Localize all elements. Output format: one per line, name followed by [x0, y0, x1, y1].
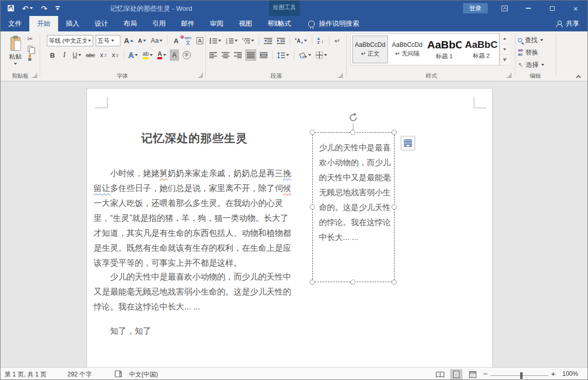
decrease-indent-button[interactable]	[263, 35, 273, 46]
style-no-spacing[interactable]: AaBbCcDd ↵ 无间隔	[389, 36, 425, 63]
tab-references[interactable]: 引用	[145, 16, 173, 31]
align-center-button[interactable]	[221, 49, 230, 61]
save-button[interactable]	[8, 5, 14, 11]
align-right-button[interactable]	[233, 49, 243, 61]
copy-button[interactable]	[28, 46, 32, 51]
page[interactable]: 记忆深处的那些生灵 小时候，姥姥舅奶奶来家走亲戚，奶奶总是再三挽留让多住些日子，…	[86, 88, 493, 367]
paste-button[interactable]: 粘贴	[5, 33, 26, 72]
word-count-status[interactable]: 292 个字	[67, 370, 92, 379]
resize-handle-top-left[interactable]	[310, 130, 315, 135]
resize-handle-middle-left[interactable]	[310, 204, 315, 210]
cut-button[interactable]: ✂	[27, 35, 33, 43]
web-layout-button[interactable]	[467, 369, 479, 379]
line-spacing-button[interactable]	[276, 49, 290, 61]
bullets-button[interactable]	[208, 35, 222, 46]
tab-home[interactable]: 开始	[29, 16, 58, 31]
ribbon-display-options-button[interactable]	[493, 1, 516, 16]
tab-file[interactable]: 文件	[1, 16, 29, 31]
rotation-handle[interactable]	[348, 112, 359, 125]
resize-handle-bottom-center[interactable]	[350, 280, 355, 285]
subscript-button[interactable]: x2	[99, 49, 108, 61]
clear-formatting-button[interactable]: A	[171, 35, 181, 46]
resize-handle-bottom-left[interactable]	[310, 280, 315, 285]
zoom-percentage[interactable]: 100%	[562, 370, 578, 377]
sort-button[interactable]: AZ↓	[316, 35, 325, 46]
paragraph-dialog-launcher[interactable]	[338, 73, 343, 78]
document-heading[interactable]: 记忆深处的那些生灵	[94, 131, 295, 146]
minimize-button[interactable]	[516, 1, 540, 16]
paragraph-2[interactable]: 少儿的天性中是最喜欢小动物的，而少儿的天性中又是最能毫无顾忌地戕害弱小生命的。这…	[94, 269, 296, 314]
shrink-font-button[interactable]: A	[137, 35, 147, 46]
language-status[interactable]: 中文(中国)	[129, 370, 158, 379]
character-border-button[interactable]: A	[195, 35, 204, 46]
font-name-combo[interactable]: 等线 (中文正文	[47, 35, 93, 46]
page-number-status[interactable]: 第 1 页, 共 1 页	[5, 370, 46, 379]
character-shading-button[interactable]: A	[170, 49, 179, 61]
collapse-ribbon-button[interactable]	[576, 75, 581, 80]
italic-button[interactable]: I	[60, 49, 69, 61]
print-layout-button[interactable]	[450, 369, 462, 379]
phonetic-guide-button[interactable]: wén文	[183, 35, 192, 46]
select-button[interactable]: ↖选择	[518, 60, 544, 70]
format-painter-button[interactable]	[27, 55, 32, 61]
layout-options-button[interactable]	[401, 136, 415, 150]
text-effects-button[interactable]: A	[128, 49, 139, 61]
styles-scroll-up-button[interactable]	[500, 33, 509, 44]
numbering-button[interactable]: 123	[225, 35, 239, 46]
strikethrough-button[interactable]: abc	[85, 49, 96, 61]
read-mode-button[interactable]	[434, 369, 446, 379]
close-button[interactable]: ×	[564, 1, 587, 16]
align-left-button[interactable]	[208, 49, 218, 61]
resize-handle-middle-right[interactable]	[391, 204, 397, 210]
tab-mailings[interactable]: 邮件	[173, 16, 202, 31]
increase-indent-button[interactable]	[276, 35, 286, 46]
styles-gallery-more-button[interactable]	[500, 55, 509, 65]
style-heading1[interactable]: AaBbC 标题 1	[426, 36, 462, 63]
zoom-slider-track[interactable]	[490, 375, 548, 376]
tab-design[interactable]: 设计	[87, 16, 116, 31]
resize-handle-top-center[interactable]	[350, 130, 355, 135]
tab-view[interactable]: 视图	[231, 16, 260, 31]
resize-handle-top-right[interactable]	[391, 130, 397, 135]
replace-button[interactable]: abac替换	[518, 47, 544, 58]
proofing-status-icon[interactable]: x	[115, 370, 122, 379]
share-button[interactable]: 共享	[556, 16, 579, 31]
tell-me-search[interactable]: 操作说明搜索	[308, 16, 359, 31]
superscript-button[interactable]: x2	[111, 49, 120, 61]
tab-insert[interactable]: 插入	[58, 16, 87, 31]
resize-handle-bottom-right[interactable]	[391, 280, 397, 285]
tab-review[interactable]: 审阅	[202, 16, 231, 31]
asian-layout-button[interactable]: A	[294, 35, 308, 46]
font-size-combo[interactable]: 五号	[96, 35, 120, 46]
tab-format-contextual[interactable]: 格式	[269, 16, 300, 31]
borders-button[interactable]	[315, 49, 328, 61]
justify-button[interactable]	[245, 49, 256, 61]
enclose-characters-button[interactable]: 字	[182, 49, 192, 61]
multilevel-list-button[interactable]	[241, 35, 255, 46]
style-normal[interactable]: AaBbCcDd ↵ 正文	[352, 36, 388, 63]
document-area[interactable]: 记忆深处的那些生灵 小时候，姥姥舅奶奶来家走亲戚，奶奶总是再三挽留让多住些日子，…	[1, 81, 588, 367]
styles-scroll-down-button[interactable]	[500, 44, 509, 55]
sign-in-button[interactable]: 登录	[463, 3, 488, 13]
redo-button[interactable]: ↷	[41, 5, 48, 12]
highlight-color-button[interactable]: ab	[141, 49, 154, 61]
customize-qat-button[interactable]	[56, 6, 60, 10]
font-color-button[interactable]: A	[156, 49, 167, 61]
style-heading2[interactable]: AaBbC 标题 2	[464, 36, 499, 63]
bold-button[interactable]: B	[48, 49, 57, 61]
zoom-out-button[interactable]: −	[483, 369, 488, 378]
maximize-button[interactable]	[540, 1, 564, 16]
text-box[interactable]: 少儿的天性中是最喜欢小动物的，而少儿的天性中又是最能毫无顾忌地戕害弱小生命的。这…	[312, 132, 395, 282]
paragraph-1[interactable]: 小时候，姥姥舅奶奶来家走亲戚，奶奶总是再三挽留让多住些日子，她们总是说，家里离不…	[94, 166, 296, 270]
styles-dialog-launcher[interactable]	[507, 73, 511, 78]
distribute-button[interactable]	[259, 49, 269, 61]
show-hide-marks-button[interactable]: ↵	[333, 35, 342, 46]
underline-button[interactable]: U	[72, 49, 82, 61]
grow-font-button[interactable]: A	[123, 35, 134, 46]
paragraph-3[interactable]: 知了，知了	[94, 323, 296, 338]
find-button[interactable]: 查找	[518, 35, 544, 45]
tab-layout[interactable]: 布局	[116, 16, 145, 31]
shading-button[interactable]	[298, 49, 312, 61]
change-case-button[interactable]: Aa	[150, 35, 164, 46]
clipboard-dialog-launcher[interactable]	[32, 73, 37, 78]
